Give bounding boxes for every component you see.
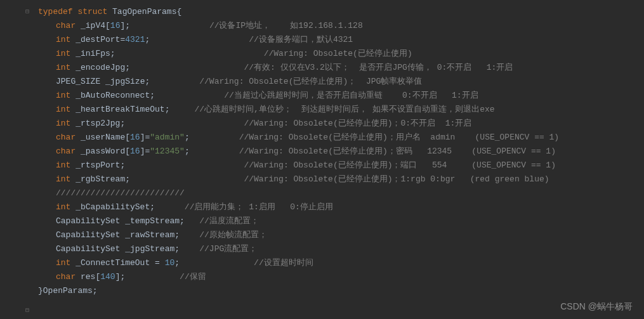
code-line[interactable]: int _encodeJpg; //有效: 仅仅在V3.2以下； 是否开启JPG… xyxy=(38,61,644,75)
code-token: _passWord[ xyxy=(76,146,130,156)
code-token: int xyxy=(56,35,70,44)
code-line[interactable]: char res[140]; //保留 xyxy=(38,270,644,284)
code-token: //心跳超时时间,单位秒； 到达超时时间后， 如果不设置自动重连，则退出exe xyxy=(194,105,494,114)
code-token: ]= xyxy=(140,146,150,156)
code-line[interactable]: int _rgbStream; //Waring: Obsolete(已经停止使… xyxy=(38,173,644,186)
code-token: ]= xyxy=(140,133,150,142)
code-token: //设置超时时间 xyxy=(254,258,313,268)
code-token: CapabilitySet xyxy=(56,230,120,240)
code-editor[interactable]: typedef struct TagOpenParams{char _ipV4[… xyxy=(32,0,644,319)
code-token xyxy=(155,91,224,100)
code-token: //Waring: Obsolete(已经停止使用)；密码 12345 (USE… xyxy=(239,146,556,156)
code-token xyxy=(130,174,244,184)
editor-gutter: ⊟ ⊟ xyxy=(0,0,32,319)
code-token: "12345" xyxy=(150,146,185,156)
code-token xyxy=(190,133,239,142)
code-token xyxy=(125,160,244,170)
code-line[interactable]: CapabilitySet _rawStream; //原始帧流配置； xyxy=(38,228,644,242)
code-token: //设备服务端口，默认4321 xyxy=(249,35,353,44)
code-token xyxy=(130,63,244,72)
code-line[interactable]: int _rtspPort; //Waring: Obsolete(已经停止使用… xyxy=(38,159,644,173)
code-line[interactable]: char _ipV4[16]; //设备IP地址， 如192.168.1.128 xyxy=(38,19,644,33)
code-line[interactable]: char _userName[16]="admin"; //Waring: Ob… xyxy=(38,131,644,145)
code-token: ; xyxy=(185,133,190,142)
code-token: 16 xyxy=(130,146,140,156)
code-line[interactable]: int _bAutoReconnect; //当超过心跳超时时间，是否开启自动重… xyxy=(38,89,644,103)
code-token: res[ xyxy=(76,272,100,282)
code-line[interactable]: int _ConnectTimeOut = 10; //设置超时时间 xyxy=(38,256,644,270)
code-token: //Waring: Obsolete(已经停止使用)；用户名 admin (US… xyxy=(239,133,559,142)
code-token: struct xyxy=(77,7,107,16)
code-token: _rtsp2Jpg; xyxy=(70,119,125,128)
code-token: 4321 xyxy=(125,35,145,44)
code-token: int xyxy=(56,160,70,170)
code-token: char xyxy=(56,272,76,282)
code-token xyxy=(115,49,264,58)
code-token: //温度流配置； xyxy=(199,216,259,226)
fold-collapse-icon[interactable]: ⊟ xyxy=(25,306,29,314)
code-token: CapabilitySet xyxy=(56,244,120,254)
code-line[interactable]: int _bCapabilitySet; //启用能力集； 1:启用 0:停止启… xyxy=(38,200,644,214)
code-token: int xyxy=(56,49,70,58)
code-token: 16 xyxy=(130,133,140,142)
code-line[interactable]: int _rtsp2Jpg; //Waring: Obsolete(已经停止使用… xyxy=(38,117,644,131)
code-token: int xyxy=(56,119,70,128)
code-token xyxy=(185,216,199,226)
code-token: //JPG流配置； xyxy=(199,244,257,254)
code-token xyxy=(180,258,254,268)
code-token: _bCapabilitySet; xyxy=(70,202,155,212)
code-token: ; xyxy=(174,258,180,268)
code-token: int xyxy=(56,258,70,268)
code-token: //Waring: Obsolete(已经停止使用)；1:rgb 0:bgr (… xyxy=(244,174,549,184)
code-token: //启用能力集； 1:启用 0:停止启用 xyxy=(185,202,333,212)
code-token: TagOpenParams xyxy=(112,7,176,16)
code-line[interactable]: }OpenParams; xyxy=(38,284,644,298)
code-line[interactable]: JPEG_SIZE _jpgSize; //Waring: Obsolete(已… xyxy=(38,75,644,89)
code-token: ]; xyxy=(120,21,130,30)
code-token: 140 xyxy=(100,272,115,282)
code-token: int xyxy=(56,63,70,72)
code-line[interactable]: CapabilitySet _jpgStream; //JPG流配置； xyxy=(38,242,644,256)
code-token: ////////////////////////// xyxy=(56,188,185,198)
code-token: //原始帧流配置； xyxy=(199,230,267,240)
code-token xyxy=(169,105,194,114)
code-token: _ConnectTimeOut = xyxy=(70,258,164,268)
code-line[interactable]: char _passWord[16]="12345"; //Waring: Ob… xyxy=(38,145,644,159)
code-token: int xyxy=(56,91,70,100)
code-token: _ipV4[ xyxy=(76,21,110,30)
code-token: 16 xyxy=(110,21,121,30)
code-token: //Waring: Obsolete(已经停止使用) xyxy=(264,49,412,58)
code-token: int xyxy=(56,202,70,212)
code-token: _encodeJpg; xyxy=(70,63,130,72)
code-token: { xyxy=(176,7,181,16)
code-token xyxy=(130,21,209,30)
code-token: ]; xyxy=(115,272,126,282)
code-token xyxy=(125,119,244,128)
code-line[interactable]: ////////////////////////// xyxy=(38,186,644,200)
code-token: //当超过心跳超时时间，是否开启自动重链 0:不开启 1:开启 xyxy=(224,91,478,100)
code-token xyxy=(190,146,239,156)
code-token: char xyxy=(56,133,76,142)
code-token: _bAutoReconnect; xyxy=(70,91,155,100)
code-token xyxy=(150,77,199,86)
code-token: _jpgStream; xyxy=(120,244,180,254)
code-line[interactable]: int _destPort=4321; //设备服务端口，默认4321 xyxy=(38,33,644,47)
code-token xyxy=(180,244,199,254)
code-line[interactable]: int _iniFps; //Waring: Obsolete(已经停止使用) xyxy=(38,47,644,61)
code-line[interactable]: typedef struct TagOpenParams{ xyxy=(38,5,644,19)
code-token: JPEG_SIZE xyxy=(56,77,100,86)
code-token: //保留 xyxy=(180,272,206,282)
code-token: //Waring: Obsolete(已经停止使用)；端口 554 (USE_O… xyxy=(244,160,555,170)
code-token: _destPort= xyxy=(70,35,125,44)
code-token: _tempStream; xyxy=(120,216,184,226)
code-token: char xyxy=(56,146,76,156)
code-token: } xyxy=(38,286,43,296)
code-line[interactable]: int _heartBreakTimeOut; //心跳超时时间,单位秒； 到达… xyxy=(38,103,644,117)
code-token: typedef xyxy=(38,7,73,16)
code-token: char xyxy=(56,21,76,30)
fold-collapse-icon[interactable]: ⊟ xyxy=(25,8,29,15)
code-token: _jpgSize; xyxy=(100,77,150,86)
code-line[interactable]: CapabilitySet _tempStream; //温度流配置； xyxy=(38,214,644,228)
code-token: ; xyxy=(93,286,98,296)
code-token xyxy=(155,202,185,212)
